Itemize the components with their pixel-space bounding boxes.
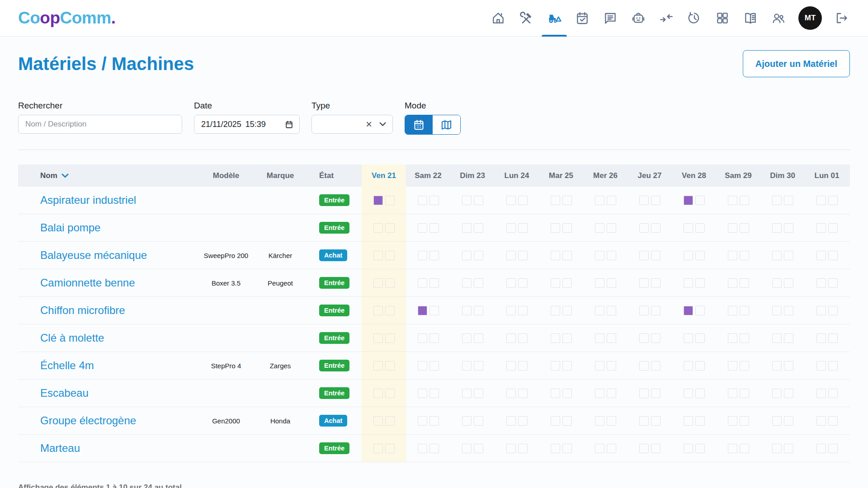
slot-free[interactable] [684,223,693,233]
slot-free[interactable] [385,223,395,233]
slot-free[interactable] [639,196,649,205]
slot-free[interactable] [595,333,604,343]
mode-map-button[interactable] [433,115,460,134]
slot-free[interactable] [506,223,516,233]
nav-item-planning[interactable] [574,0,590,36]
slot-free[interactable] [740,416,749,426]
slot-free[interactable] [462,416,472,426]
slot-free[interactable] [385,278,395,288]
slot-free[interactable] [518,333,528,343]
slot-free[interactable] [651,444,660,453]
slot-free[interactable] [373,416,383,426]
slot-free[interactable] [784,333,793,343]
slot-free[interactable] [418,333,427,343]
slot-free[interactable] [639,333,649,343]
slot-free[interactable] [772,389,782,398]
slot-free[interactable] [828,278,838,288]
slot-free[interactable] [506,251,516,260]
slot-free[interactable] [607,251,616,260]
slot-free[interactable] [418,416,427,426]
slot-free[interactable] [551,251,560,260]
slot-free[interactable] [684,444,693,453]
slot-free[interactable] [429,444,439,453]
slot-free[interactable] [816,361,826,371]
slot-free[interactable] [651,361,660,371]
slot-free[interactable] [784,223,793,233]
slot-free[interactable] [518,444,528,453]
slot-free[interactable] [607,306,616,315]
nav-item-home[interactable] [490,0,506,36]
sort-desc-icon[interactable] [61,174,69,178]
equipment-name-link[interactable]: Clé à molette [18,324,199,352]
slot-free[interactable] [474,278,483,288]
slot-free[interactable] [651,196,660,205]
slot-free[interactable] [651,333,660,343]
slot-free[interactable] [418,389,427,398]
slot-free[interactable] [551,278,560,288]
column-header-nom[interactable]: Nom [18,164,199,187]
nav-item-equipment[interactable] [546,0,562,36]
slot-free[interactable] [385,251,395,260]
slot-free[interactable] [562,333,572,343]
slot-free[interactable] [828,444,838,453]
search-input[interactable] [18,115,182,134]
slot-free[interactable] [740,444,749,453]
slot-free[interactable] [816,444,826,453]
slot-free[interactable] [639,223,649,233]
slot-free[interactable] [518,251,528,260]
slot-free[interactable] [728,196,737,205]
slot-free[interactable] [373,306,383,315]
slot-free[interactable] [518,223,528,233]
slot-free[interactable] [684,361,693,371]
slot-free[interactable] [639,444,649,453]
slot-free[interactable] [784,444,793,453]
slot-free[interactable] [816,196,826,205]
slot-free[interactable] [772,223,782,233]
slot-free[interactable] [595,278,604,288]
slot-free[interactable] [551,361,560,371]
slot-free[interactable] [506,196,516,205]
slot-free[interactable] [772,361,782,371]
slot-free[interactable] [740,196,749,205]
slot-free[interactable] [607,196,616,205]
slot-free[interactable] [651,306,660,315]
slot-free[interactable] [385,389,395,398]
slot-free[interactable] [816,389,826,398]
slot-free[interactable] [828,223,838,233]
slot-free[interactable] [385,333,395,343]
slot-free[interactable] [562,278,572,288]
slot-free[interactable] [607,333,616,343]
slot-free[interactable] [772,333,782,343]
slot-free[interactable] [740,278,749,288]
slot-free[interactable] [418,223,427,233]
equipment-name-link[interactable]: Balayeuse mécanique [18,242,199,269]
slot-free[interactable] [551,333,560,343]
slot-free[interactable] [772,196,782,205]
slot-free[interactable] [695,416,705,426]
slot-free[interactable] [828,196,838,205]
slot-free[interactable] [728,306,737,315]
slot-free[interactable] [639,306,649,315]
slot-free[interactable] [462,306,472,315]
slot-free[interactable] [373,333,383,343]
slot-free[interactable] [474,251,483,260]
clear-icon[interactable]: × [366,119,372,130]
slot-free[interactable] [429,278,439,288]
slot-free[interactable] [728,223,737,233]
slot-free[interactable] [418,196,427,205]
slot-free[interactable] [506,306,516,315]
slot-free[interactable] [474,333,483,343]
slot-free[interactable] [462,251,472,260]
slot-free[interactable] [373,278,383,288]
slot-free[interactable] [429,416,439,426]
slot-free[interactable] [551,389,560,398]
slot-free[interactable] [562,361,572,371]
slot-free[interactable] [684,416,693,426]
slot-free[interactable] [551,416,560,426]
slot-free[interactable] [595,223,604,233]
nav-item-apps[interactable] [714,0,731,36]
date-input[interactable]: 21/11/2025 15:39 [194,115,300,134]
slot-free[interactable] [651,389,660,398]
slot-free[interactable] [784,306,793,315]
slot-free[interactable] [728,251,737,260]
